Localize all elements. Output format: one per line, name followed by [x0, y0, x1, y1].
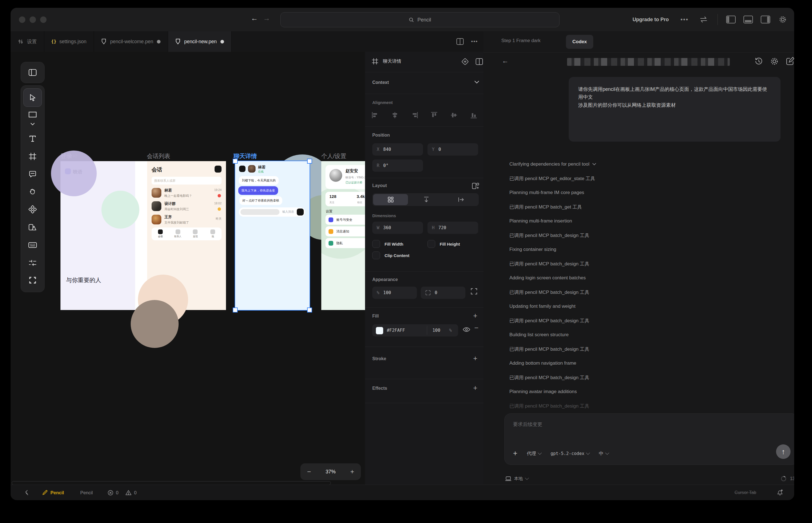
notifications-bell-icon[interactable]	[776, 489, 783, 496]
fill-row[interactable]: #F2FAFF 100 %	[372, 324, 458, 337]
nav-item-contacts[interactable]: 联系人	[169, 228, 187, 240]
agent-status-item[interactable]: 已调用 pencil MCP batch_design 工具	[510, 259, 589, 269]
fill-height-checkbox[interactable]: Fill Height	[427, 240, 460, 248]
zoom-in-button[interactable]: +	[350, 468, 354, 475]
split-editor-icon[interactable]	[456, 38, 464, 45]
toggle-bottom-panel-icon[interactable]	[743, 16, 753, 23]
statusbar-errors[interactable]: 0	[108, 490, 118, 496]
rotation-input[interactable]: R0°	[372, 160, 423, 172]
send-message-button[interactable]: ↑	[776, 445, 791, 459]
agent-status-item[interactable]: 已调用 pencil MCP get_editor_state 工具	[510, 174, 595, 183]
selection-handle-sw[interactable]	[233, 307, 238, 312]
clip-content-checkbox[interactable]: Clip Content	[372, 251, 409, 259]
width-input[interactable]: W360	[372, 222, 423, 234]
shape-tool-chevron-icon[interactable]	[24, 121, 41, 127]
agent-status-item[interactable]: 已调用 pencil MCP batch_design 工具	[510, 316, 589, 325]
zoom-window-button[interactable]	[40, 16, 47, 23]
settings-gear-icon[interactable]	[778, 15, 787, 24]
effort-dropdown[interactable]: 中	[599, 451, 609, 457]
tab-pencil-welcome[interactable]: pencil-welcome.pen	[94, 31, 168, 52]
position-x-input[interactable]: X840	[372, 143, 423, 156]
align-h-center-icon[interactable]	[389, 110, 401, 120]
text-tool-icon[interactable]	[24, 130, 41, 147]
frame-label-chat-list[interactable]: 会话列表	[147, 152, 170, 160]
toggle-right-panel-icon[interactable]	[761, 16, 770, 23]
rectangle-tool-icon[interactable]	[24, 107, 41, 122]
env-label[interactable]: 本地	[514, 476, 523, 482]
comment-tool-icon[interactable]	[24, 165, 41, 183]
frame-profile[interactable]: 赵安安 映语号：YING-203 已认证设计师 128 关注 3.4k 粉丝 设…	[321, 161, 366, 310]
align-v-center-icon[interactable]	[448, 110, 460, 120]
nav-item-me[interactable]: 我	[204, 228, 222, 240]
select-tool-icon[interactable]	[23, 88, 42, 107]
collapse-panel-icon[interactable]	[23, 489, 30, 496]
design-canvas[interactable]: Frame 登录 会话列表 聊天详情 个人/设置 映语 与你重要的人 会话 搜索…	[11, 52, 366, 485]
agent-input-placeholder[interactable]: 要求后续变更	[513, 421, 542, 428]
agent-status-item[interactable]: Adding login screen content batches	[510, 273, 586, 283]
align-top-icon[interactable]	[428, 110, 440, 120]
context-section[interactable]: Context	[365, 72, 483, 94]
remove-fill-icon[interactable]: −	[474, 324, 478, 332]
swap-panels-icon[interactable]	[699, 16, 708, 23]
attach-plus-icon[interactable]: +	[513, 450, 517, 457]
agent-settings-gear-icon[interactable]	[770, 57, 779, 66]
message-input-bar[interactable]: 输入消息	[239, 208, 305, 217]
agent-status-item[interactable]: 已调用 pencil MCP batch_design 工具	[510, 373, 589, 382]
corner-radius-input[interactable]: 0	[421, 287, 465, 299]
opacity-input[interactable]: %100	[372, 287, 417, 299]
statusbar-pencil-secondary[interactable]: Pencil	[80, 490, 93, 495]
align-left-icon[interactable]	[369, 110, 381, 120]
components-tool-icon[interactable]	[24, 200, 41, 218]
agent-mode-dropdown[interactable]: 代理	[527, 451, 541, 457]
more-actions-icon[interactable]: •••	[681, 16, 688, 23]
settings-row-notifications[interactable]: 消息通知	[326, 227, 366, 236]
agent-status-item[interactable]: Planning multi-frame IM core pages	[510, 188, 584, 197]
settings-row-account[interactable]: 账号与安全	[326, 215, 366, 225]
tab-settings[interactable]: 设置	[11, 31, 44, 52]
horizontal-scrollbar[interactable]	[12, 481, 331, 485]
contact-search-input[interactable]: 搜索联系人或群	[152, 177, 222, 184]
agent-status-item[interactable]: Building list screen structure	[510, 330, 569, 340]
editor-more-icon[interactable]: •••	[471, 38, 478, 44]
agent-status-item[interactable]: 已调用 pencil MCP batch_design 工具	[510, 344, 589, 354]
selection-handle-se[interactable]	[307, 307, 312, 312]
position-y-input[interactable]: Y0	[427, 143, 478, 156]
selection-handle-nw[interactable]	[233, 159, 238, 164]
agent-status-item[interactable]: Planning multi-frame insertion	[510, 216, 572, 226]
minimize-window-button[interactable]	[30, 16, 36, 23]
zoom-out-button[interactable]: −	[307, 468, 311, 475]
zoom-level[interactable]: 37%	[326, 469, 335, 475]
chevron-down-icon[interactable]	[474, 80, 479, 84]
add-effect-icon[interactable]: +	[473, 384, 477, 392]
frame-label-profile[interactable]: 个人/设置	[321, 152, 346, 160]
add-fill-icon[interactable]: +	[473, 311, 477, 320]
agent-status-item[interactable]: Adding bottom navigation frame	[510, 359, 576, 368]
frame-tool-icon[interactable]	[24, 147, 41, 165]
message-input-field[interactable]	[240, 209, 279, 215]
fullscreen-icon[interactable]	[24, 271, 41, 289]
agent-status-item[interactable]: Fixing container sizing	[510, 245, 556, 254]
agent-status-item[interactable]: Planning avatar image additions	[510, 387, 577, 396]
statusbar-warnings[interactable]: 0	[125, 490, 136, 495]
layers-panel-icon[interactable]	[24, 64, 41, 82]
history-icon[interactable]	[754, 57, 763, 66]
assets-tool-icon[interactable]	[24, 218, 41, 236]
independent-corners-icon[interactable]	[470, 288, 478, 295]
layout-mode-grid[interactable]	[373, 194, 408, 205]
send-button[interactable]	[297, 209, 304, 216]
tab-settings-json[interactable]: { } settings.json	[44, 31, 94, 52]
selection-handle-ne[interactable]	[307, 159, 312, 164]
upgrade-to-pro-button[interactable]: Upgrade to Pro	[632, 17, 669, 22]
component-create-icon[interactable]	[461, 57, 469, 66]
agent-status-item[interactable]: 已调用 pencil MCP batch_get 工具	[510, 202, 582, 212]
frame-chat-detail-selected[interactable]: 林若 在线 到楼下啦，今天风挺大的 我马上下来，你先进去坐 好～点好了你喜欢的热…	[235, 161, 310, 310]
add-layout-icon[interactable]	[472, 182, 479, 190]
history-back-button[interactable]: ←	[251, 14, 258, 22]
layout-mode-vertical[interactable]	[409, 193, 444, 206]
align-right-icon[interactable]	[409, 110, 420, 120]
toggle-left-panel-icon[interactable]	[726, 16, 736, 23]
nav-item-discover[interactable]: 发现	[187, 228, 204, 240]
cursor-tab-toggle[interactable]: Cursor Tab	[735, 490, 756, 495]
fill-visibility-eye-icon[interactable]	[463, 326, 470, 332]
height-input[interactable]: H720	[427, 222, 478, 234]
